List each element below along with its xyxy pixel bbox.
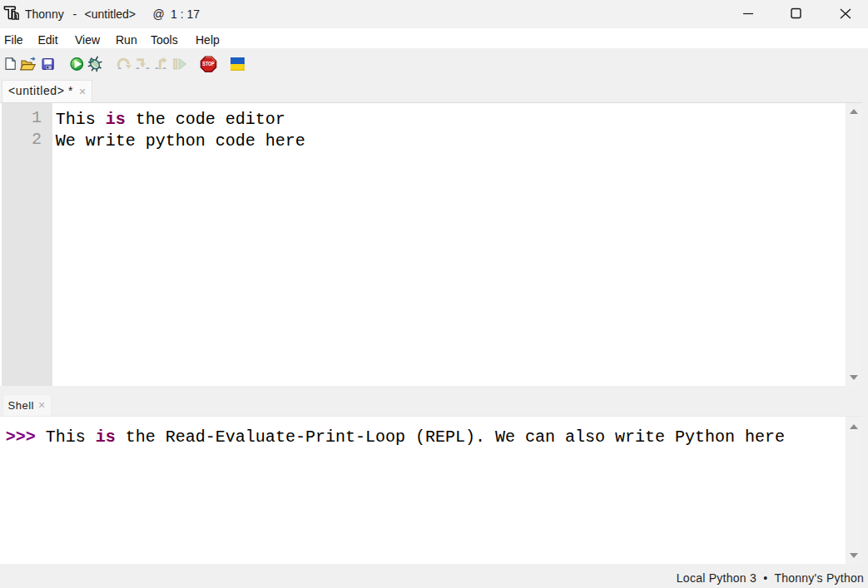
svg-text:STOP: STOP <box>202 61 214 67</box>
